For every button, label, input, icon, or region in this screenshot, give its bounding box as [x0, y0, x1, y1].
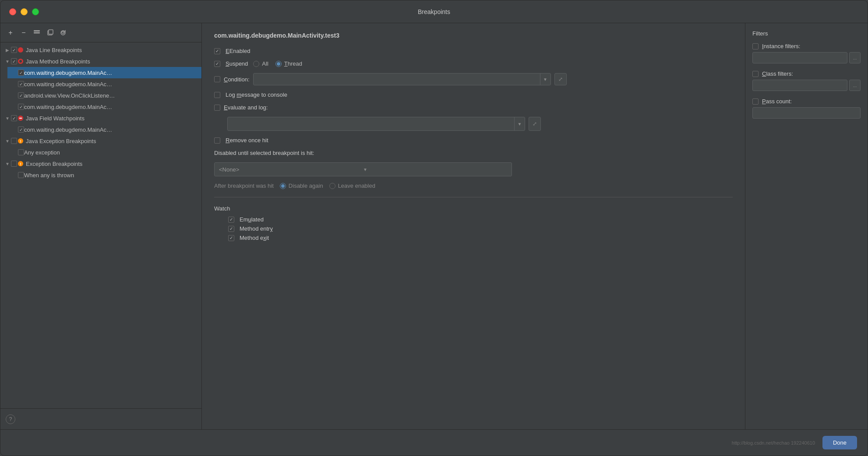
- method-exit-checkbox[interactable]: [228, 235, 234, 241]
- tree-item-java-exception[interactable]: ▼ ! Java Exception Breakpoints: [0, 135, 201, 147]
- refresh-button[interactable]: [58, 28, 68, 38]
- log-message-label: Log message to console: [226, 91, 287, 98]
- method-entry-checkbox[interactable]: [228, 226, 234, 232]
- evaluate-log-label: Evaluate and log:: [224, 104, 268, 111]
- checkbox-any-exception[interactable]: [18, 149, 24, 155]
- class-filters-input[interactable]: [752, 80, 847, 91]
- enabled-row: EEnabled: [214, 48, 733, 54]
- evaluate-log-row: Evaluate and log:: [214, 104, 733, 111]
- class-filters-ellipsis-btn[interactable]: ...: [849, 80, 861, 91]
- class-filters-label-row: Class filters:: [752, 70, 861, 77]
- checkbox-field1[interactable]: [18, 126, 24, 133]
- checkbox-bp3[interactable]: [18, 92, 24, 98]
- condition-dropdown-btn[interactable]: ▼: [540, 74, 550, 85]
- none-dropdown-arrow: ▼: [363, 167, 507, 172]
- right-panel: com.waiting.debugdemo.MainActivity.test3…: [202, 23, 745, 429]
- radio-all[interactable]: All: [253, 60, 268, 67]
- breakpoints-window: Breakpoints + −: [0, 0, 868, 456]
- expand-java-exception[interactable]: ▼: [4, 137, 11, 144]
- help-button[interactable]: ?: [6, 414, 15, 424]
- evaluate-log-expand-btn[interactable]: ⤢: [529, 117, 541, 131]
- instance-filters-checkbox[interactable]: [752, 43, 759, 49]
- radio-thread[interactable]: Thread: [275, 60, 302, 67]
- checkbox-exception-bp[interactable]: [11, 161, 17, 167]
- exception-bp-icon: !: [17, 160, 24, 167]
- tree-item-when-any-thrown[interactable]: ▶ When any is thrown: [7, 169, 201, 181]
- emulated-checkbox[interactable]: [228, 217, 234, 223]
- done-button[interactable]: Done: [822, 436, 857, 449]
- pass-count-checkbox[interactable]: [752, 98, 759, 105]
- expand-java-method[interactable]: ▼: [4, 58, 11, 65]
- radio-leave-enabled[interactable]: Leave enabled: [329, 182, 375, 189]
- evaluate-log-input[interactable]: [228, 121, 514, 127]
- condition-label: Condition:: [224, 76, 250, 83]
- checkbox-bp1[interactable]: [18, 70, 24, 76]
- tree-item-bp4[interactable]: ▶ com.waiting.debugdemo.MainAc…: [7, 101, 201, 112]
- expand-java-line[interactable]: ▶: [4, 46, 11, 53]
- remove-once-hit-checkbox[interactable]: [214, 137, 220, 144]
- tree-item-exception-bp[interactable]: ▼ ! Exception Breakpoints: [0, 158, 201, 169]
- instance-filters-label-row: Instance filters:: [752, 43, 861, 49]
- tree-item-bp1[interactable]: ▶ com.waiting.debugdemo.MainAc…: [7, 67, 201, 78]
- group-button[interactable]: [32, 28, 42, 38]
- class-filters-checkbox[interactable]: [752, 71, 759, 77]
- radio-thread-label: Thread: [284, 60, 302, 67]
- method-exit-label: Method exit: [240, 235, 269, 241]
- evaluate-log-dropdown-btn[interactable]: ▼: [514, 117, 525, 130]
- java-field-icon: [17, 115, 24, 122]
- checkbox-java-line[interactable]: [11, 47, 17, 53]
- java-field-label: Java Field Watchpoints: [26, 115, 85, 122]
- tree-item-java-field[interactable]: ▼ Java Field Watchpoints: [0, 112, 201, 124]
- add-button[interactable]: +: [6, 28, 15, 38]
- class-filters-label: Class filters:: [762, 70, 793, 77]
- svg-rect-0: [34, 30, 40, 32]
- enabled-checkbox[interactable]: [214, 48, 220, 54]
- tree-item-bp3[interactable]: ▶ android.view.View.OnClickListene…: [7, 90, 201, 101]
- toolbar: + −: [0, 23, 201, 42]
- minimize-button[interactable]: [21, 8, 28, 15]
- copy-button[interactable]: [45, 28, 55, 38]
- condition-expand-btn[interactable]: ⤢: [554, 73, 567, 85]
- tree-item-java-method[interactable]: ▼ Java Method Breakpoints: [0, 56, 201, 67]
- log-message-checkbox[interactable]: [214, 92, 220, 98]
- disable-again-label: Disable again: [289, 182, 323, 189]
- log-message-row: Log message to console: [214, 91, 733, 98]
- checkbox-bp4[interactable]: [18, 104, 24, 110]
- tree-item-bp2[interactable]: ▶ com.waiting.debugdemo.MainAc…: [7, 78, 201, 90]
- close-button[interactable]: [9, 8, 16, 15]
- checkbox-java-exception[interactable]: [11, 138, 17, 144]
- tree-item-any-exception[interactable]: ▶ Any exception: [7, 147, 201, 158]
- bp2-label: com.waiting.debugdemo.MainAc…: [24, 81, 112, 88]
- svg-text:!: !: [20, 162, 21, 166]
- left-bottom-bar: ?: [0, 408, 201, 429]
- title-bar: Breakpoints: [0, 0, 868, 23]
- instance-filters-input-row: ...: [752, 52, 861, 63]
- maximize-button[interactable]: [32, 8, 39, 15]
- pass-count-input[interactable]: [752, 107, 861, 119]
- tree-item-field1[interactable]: ▶ com.waiting.debugdemo.MainAc…: [7, 124, 201, 135]
- instance-filters-input[interactable]: [752, 52, 847, 63]
- checkbox-bp2[interactable]: [18, 81, 24, 87]
- remove-button[interactable]: −: [19, 28, 28, 38]
- condition-checkbox[interactable]: [214, 76, 220, 82]
- expand-java-field[interactable]: ▼: [4, 115, 11, 122]
- evaluate-log-checkbox[interactable]: [214, 105, 220, 111]
- checkbox-when-any-thrown[interactable]: [18, 172, 24, 178]
- radio-disable-again[interactable]: Disable again: [280, 182, 323, 189]
- method-entry-label: Method entry: [240, 225, 273, 232]
- expand-exception-bp[interactable]: ▼: [4, 160, 11, 167]
- instance-filters-ellipsis-btn[interactable]: ...: [849, 52, 861, 63]
- condition-input-wrap: ▼: [253, 73, 551, 85]
- tree-item-java-line[interactable]: ▶ Java Line Breakpoints: [0, 44, 201, 56]
- condition-input[interactable]: [254, 76, 540, 83]
- instance-filters-label: Instance filters:: [762, 43, 800, 49]
- suspend-checkbox[interactable]: [214, 61, 220, 67]
- evaluate-log-input-row: ▼ ⤢: [214, 117, 733, 131]
- none-dropdown[interactable]: <None> ▼: [214, 162, 512, 176]
- bp1-label: com.waiting.debugdemo.MainAc…: [24, 70, 112, 76]
- none-dropdown-row: <None> ▼: [214, 162, 733, 176]
- checkbox-java-method[interactable]: [11, 58, 17, 64]
- checkbox-java-field[interactable]: [11, 115, 17, 121]
- traffic-lights: [9, 8, 39, 15]
- class-filters-input-row: ...: [752, 80, 861, 91]
